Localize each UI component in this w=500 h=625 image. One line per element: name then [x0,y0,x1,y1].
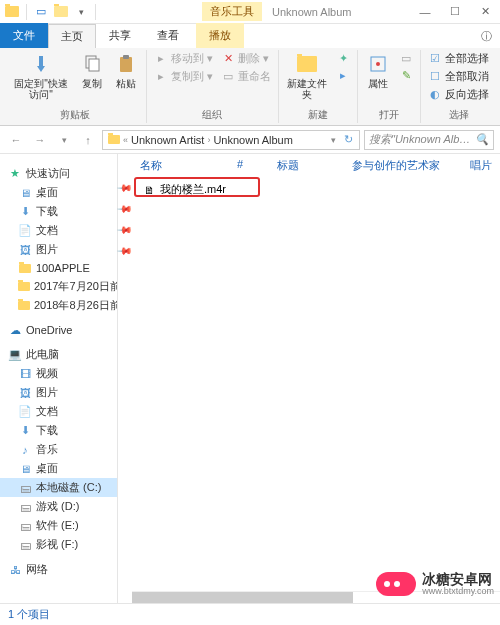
nav-folder-100apple[interactable]: 100APPLE [0,259,117,277]
tab-file[interactable]: 文件 [0,23,48,48]
delete-button[interactable]: ✕删除 ▾ [218,50,274,67]
properties-qat-icon[interactable]: ▭ [33,4,49,20]
refresh-icon[interactable]: ↻ [340,133,357,146]
copy-to-icon: ▸ [154,70,168,84]
pin-icon[interactable]: 📌 [117,200,133,216]
file-row[interactable]: 🗎 我的楼兰.m4r [138,181,248,198]
folder-icon [18,280,30,294]
new-folder-qat-icon[interactable] [53,4,69,20]
nav-onedrive[interactable]: ☁OneDrive [0,321,117,339]
nav-back-button[interactable]: ← [6,130,26,150]
nav-recent-button[interactable]: ▾ [54,130,74,150]
scrollbar-thumb[interactable] [132,592,353,603]
drive-icon: 🖴 [18,538,32,552]
tab-view[interactable]: 查看 [144,23,192,48]
ribbon-help-icon[interactable]: ⓘ [473,25,500,48]
folder-icon [18,299,30,313]
breadcrumb-dropdown-icon[interactable]: ▾ [327,135,340,145]
select-none-icon: ☐ [428,70,442,84]
nav-documents-pc[interactable]: 📄文档 [0,402,117,421]
nav-forward-button[interactable]: → [30,130,50,150]
pin-icon[interactable]: 📌 [117,242,133,258]
tab-home[interactable]: 主页 [48,24,96,48]
cloud-icon: ☁ [8,323,22,337]
nav-documents[interactable]: 📄文档 [0,221,117,240]
nav-c-drive[interactable]: 🖴本地磁盘 (C:) [0,478,117,497]
pin-icon[interactable]: 📌 [117,221,133,237]
maximize-button[interactable]: ☐ [440,0,470,24]
nav-downloads-pc[interactable]: ⬇下载 [0,421,117,440]
tab-play[interactable]: 播放 [196,23,244,48]
col-number[interactable]: # [237,158,247,173]
nav-quick-access[interactable]: ★快速访问 [0,164,117,183]
tab-share[interactable]: 共享 [96,23,144,48]
nav-videos[interactable]: 🎞视频 [0,364,117,383]
col-album[interactable]: 唱片 [470,158,492,173]
easy-access-icon: ▸ [336,68,350,82]
nav-pictures[interactable]: 🖼图片 [0,240,117,259]
nav-network[interactable]: 🖧网络 [0,560,117,579]
pc-icon: 💻 [8,348,22,362]
nav-f-drive[interactable]: 🖴影视 (F:) [0,535,117,554]
properties-icon [366,52,390,76]
pin-to-quick-access-button[interactable]: 固定到"快速访问" [8,50,74,102]
minimize-button[interactable]: — [410,0,440,24]
network-icon: 🖧 [8,563,22,577]
svg-rect-3 [89,59,99,71]
picture-icon: 🖼 [18,386,32,400]
content-area: ★快速访问 🖥桌面 ⬇下载 📄文档 🖼图片 100APPLE 2017年7月20… [0,154,500,603]
nav-folder-2018[interactable]: 2018年8月26日前 [0,296,117,315]
open-button[interactable]: ▭ [396,50,416,66]
qat-dropdown-icon[interactable]: ▾ [73,4,89,20]
navigation-pane: ★快速访问 🖥桌面 ⬇下载 📄文档 🖼图片 100APPLE 2017年7月20… [0,154,118,603]
svg-marker-1 [37,66,45,72]
music-icon: ♪ [18,443,32,457]
nav-d-drive[interactable]: 🖴游戏 (D:) [0,497,117,516]
open-icon: ▭ [399,51,413,65]
move-icon: ▸ [154,52,168,66]
properties-button[interactable]: 属性 [362,50,394,91]
select-none-button[interactable]: ☐全部取消 [425,68,492,85]
search-input[interactable]: 搜索"Unknown Album" 🔍 [364,130,494,150]
close-button[interactable]: ✕ [470,0,500,24]
file-list[interactable]: 🗎 我的楼兰.m4r [132,177,500,591]
nav-this-pc[interactable]: 💻此电脑 [0,345,117,364]
copy-button[interactable]: 复制 [76,50,108,91]
nav-folder-2017[interactable]: 2017年7月20日前 [0,277,117,296]
ribbon-group-open: 属性 ▭ ✎ 打开 [358,50,421,123]
breadcrumb-seg-artist[interactable]: Unknown Artist [128,134,207,146]
file-icon: 🗎 [142,183,156,197]
nav-downloads[interactable]: ⬇下载 [0,202,117,221]
quick-access-toolbar: ▭ ▾ [0,4,102,20]
folder-icon [4,4,20,20]
watermark-logo-icon [376,572,416,596]
breadcrumb-root[interactable] [105,135,123,144]
nav-e-drive[interactable]: 🖴软件 (E:) [0,516,117,535]
paste-button[interactable]: 粘贴 [110,50,142,91]
download-icon: ⬇ [18,205,32,219]
nav-desktop-pc[interactable]: 🖥桌面 [0,459,117,478]
new-item-button[interactable]: ✦ [333,50,353,66]
nav-desktop[interactable]: 🖥桌面 [0,183,117,202]
edit-button[interactable]: ✎ [396,67,416,83]
select-all-button[interactable]: ☑全部选择 [425,50,492,67]
col-artists[interactable]: 参与创作的艺术家 [352,158,440,173]
new-folder-button[interactable]: 新建文件夹 [283,50,331,102]
col-name[interactable]: 名称 [140,158,207,173]
easy-access-button[interactable]: ▸ [333,67,353,83]
rename-button[interactable]: ▭重命名 [218,68,274,85]
invert-selection-button[interactable]: ◐反向选择 [425,86,492,103]
breadcrumb-seg-album[interactable]: Unknown Album [210,134,296,146]
breadcrumb[interactable]: « Unknown Artist › Unknown Album ▾ ↻ [102,130,360,150]
nav-pictures-pc[interactable]: 🖼图片 [0,383,117,402]
address-bar: ← → ▾ ↑ « Unknown Artist › Unknown Album… [0,126,500,154]
desktop-icon: 🖥 [18,186,32,200]
nav-up-button[interactable]: ↑ [78,130,98,150]
copy-to-button[interactable]: ▸复制到 ▾ [151,68,216,85]
nav-music[interactable]: ♪音乐 [0,440,117,459]
move-to-button[interactable]: ▸移动到 ▾ [151,50,216,67]
pin-icon[interactable]: 📌 [117,179,133,195]
col-title[interactable]: 标题 [277,158,322,173]
drive-icon: 🖴 [18,481,32,495]
window-title: Unknown Album [272,6,352,18]
